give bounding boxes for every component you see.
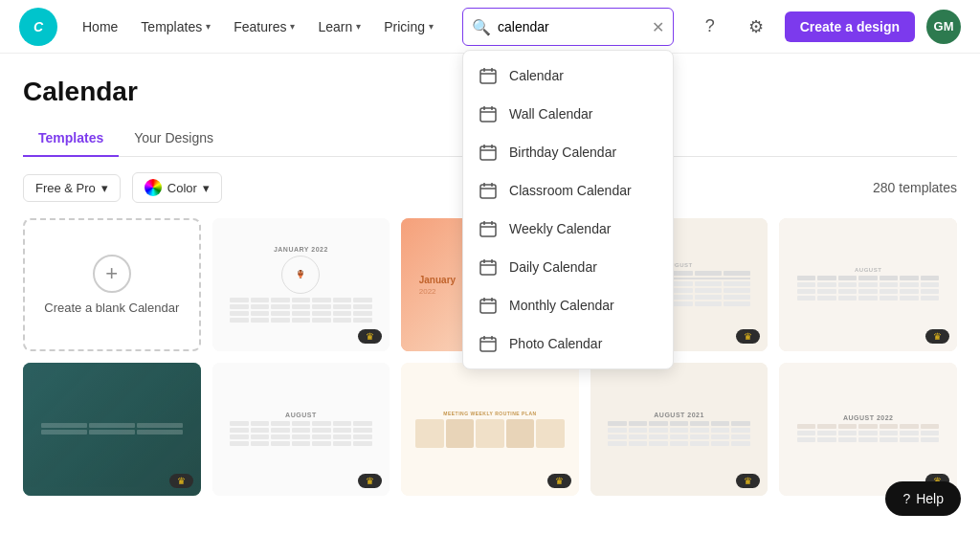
dropdown-item-daily-calendar[interactable]: Daily Calendar (463, 248, 673, 286)
pro-badge: ♛ (925, 329, 949, 344)
help-icon-button[interactable]: ? (693, 10, 727, 44)
nav-templates[interactable]: Templates ▾ (131, 13, 220, 40)
dropdown-item-calendar[interactable]: Calendar (463, 56, 673, 95)
pro-badge: ♛ (358, 329, 382, 344)
template-card[interactable]: ♛ (23, 363, 201, 496)
svg-rect-0 (480, 70, 496, 83)
svg-rect-16 (480, 223, 496, 236)
calendar-icon (479, 296, 498, 315)
settings-icon-button[interactable]: ⚙ (739, 10, 773, 44)
nav-learn[interactable]: Learn ▾ (308, 13, 370, 40)
avatar[interactable]: GM (926, 10, 961, 44)
svg-rect-12 (480, 185, 496, 198)
pro-badge: ♛ (736, 329, 760, 344)
template-card[interactable]: AUGUST 2021 ♛ (590, 363, 768, 496)
chevron-down-icon: ▾ (203, 181, 210, 195)
filter-color-button[interactable]: Color ▾ (132, 172, 222, 203)
chevron-down-icon: ▾ (101, 181, 108, 195)
create-design-button[interactable]: Create a design (785, 11, 915, 42)
pro-badge: ♛ (169, 474, 193, 488)
crown-icon: ♛ (744, 331, 752, 342)
crown-icon: ♛ (933, 331, 942, 342)
search-dropdown: Calendar Wall Calendar (462, 50, 674, 369)
calendar-icon (479, 181, 498, 200)
logo-text: C (33, 19, 43, 34)
crown-icon: ♛ (177, 476, 186, 486)
crown-icon: ♛ (366, 476, 374, 486)
svg-rect-4 (480, 108, 496, 122)
template-card[interactable]: JANUARY 2022 🏺 ♛ (212, 218, 390, 351)
dropdown-item-photo-calendar[interactable]: Photo Calendar (463, 324, 673, 363)
crown-icon: ♛ (366, 331, 374, 342)
dropdown-item-classroom-calendar[interactable]: Classroom Calendar (463, 171, 673, 210)
template-card[interactable]: AUGUST ♛ (779, 218, 957, 351)
chevron-down-icon: ▾ (206, 21, 211, 32)
template-card[interactable]: AUGUST 2022 ♛ (779, 363, 957, 496)
header: C Home Templates ▾ Features ▾ Learn ▾ Pr… (0, 0, 980, 54)
nav-pricing[interactable]: Pricing ▾ (374, 13, 443, 40)
chevron-down-icon: ▾ (290, 21, 295, 32)
dropdown-item-birthday-calendar[interactable]: Birthday Calendar (463, 133, 673, 171)
template-count: 280 templates (873, 180, 957, 195)
calendar-icon (479, 257, 498, 277)
filter-free-pro-button[interactable]: Free & Pro ▾ (23, 174, 121, 202)
pro-badge: ♛ (547, 474, 571, 488)
search-input[interactable] (462, 8, 674, 46)
tab-your-designs[interactable]: Your Designs (119, 123, 229, 157)
chevron-down-icon: ▾ (356, 21, 361, 32)
pro-badge: ♛ (736, 474, 760, 488)
svg-rect-24 (480, 300, 496, 313)
pro-badge: ♛ (358, 474, 382, 488)
nav-features[interactable]: Features ▾ (224, 13, 304, 40)
chevron-down-icon: ▾ (429, 21, 434, 32)
blank-card-label: Create a blank Calendar (36, 301, 187, 315)
calendar-icon (479, 66, 498, 85)
dropdown-item-weekly-calendar[interactable]: Weekly Calendar (463, 210, 673, 248)
calendar-icon (479, 219, 498, 238)
crown-icon: ♛ (744, 476, 752, 486)
crown-icon: ♛ (555, 476, 564, 486)
template-card[interactable]: AUGUST ♛ (212, 363, 390, 496)
calendar-icon (479, 334, 498, 353)
svg-rect-8 (480, 146, 496, 160)
canva-logo[interactable]: C (19, 8, 57, 46)
plus-icon: + (93, 255, 131, 293)
help-button[interactable]: ? Help (885, 481, 961, 516)
main-nav: Home Templates ▾ Features ▾ Learn ▾ Pric… (73, 13, 443, 40)
dropdown-item-wall-calendar[interactable]: Wall Calendar (463, 95, 673, 133)
help-icon: ? (902, 491, 910, 506)
tab-templates[interactable]: Templates (23, 123, 119, 157)
color-wheel-icon (145, 179, 162, 196)
svg-rect-20 (480, 261, 496, 275)
template-card[interactable]: MEETING WEEKLY ROUTINE PLAN ♛ (401, 363, 579, 496)
nav-home[interactable]: Home (73, 13, 127, 40)
calendar-icon (479, 104, 498, 123)
calendar-icon (479, 143, 498, 162)
clear-search-button[interactable]: ✕ (652, 17, 664, 35)
svg-rect-28 (480, 338, 496, 351)
header-right: ? ⚙ Create a design GM (693, 10, 961, 44)
search-container: 🔍 ✕ Calendar (462, 8, 674, 46)
dropdown-item-monthly-calendar[interactable]: Monthly Calendar (463, 286, 673, 324)
search-icon: 🔍 (472, 17, 491, 35)
create-blank-card[interactable]: + Create a blank Calendar (23, 218, 201, 351)
